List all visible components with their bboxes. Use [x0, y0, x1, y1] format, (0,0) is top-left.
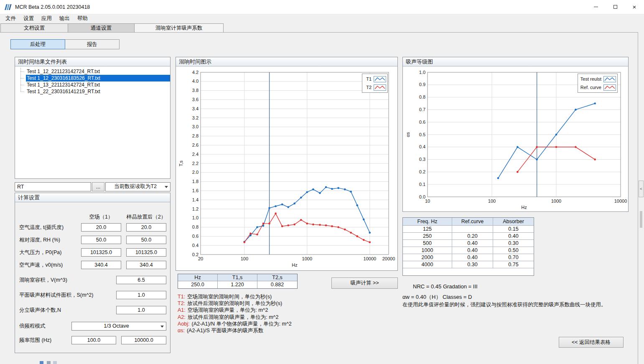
- table-cell: 0.30: [452, 261, 493, 268]
- setting-input[interactable]: 1.0: [116, 291, 166, 299]
- menu-item[interactable]: 输出: [56, 14, 74, 23]
- setting-input-with-sample[interactable]: 101325.0: [126, 248, 166, 257]
- maximize-icon: [613, 5, 617, 9]
- svg-text:0.7: 0.7: [419, 107, 425, 112]
- rt-chart-legend: T1T2: [362, 74, 388, 93]
- file-list-item[interactable]: Test 1_12_230316183526_RT.txt: [15, 75, 170, 81]
- setting-input-empty-room[interactable]: 101325.0: [81, 248, 121, 257]
- rt-file-list-panel: 混时间结果文件列表 Test 1_12_221123142724_RT.txtT…: [15, 57, 171, 179]
- browse-button[interactable]: ...: [92, 182, 104, 191]
- menu-item[interactable]: 帮助: [74, 14, 92, 23]
- svg-text:3.8: 3.8: [192, 88, 199, 93]
- main-tab-1[interactable]: 通道设置: [68, 23, 135, 32]
- absorption-grade-panel: 吸声等级图 0.00.10.20.30.40.50.60.70.80.91.01…: [402, 57, 629, 212]
- aw-result-text: αw = 0.40（H） Classes = D: [402, 293, 472, 301]
- svg-text:3.2: 3.2: [192, 115, 199, 120]
- setting-input-with-sample[interactable]: 50.0: [126, 236, 166, 244]
- absorption-calc-button[interactable]: 吸声计算 >>: [331, 277, 398, 289]
- main-tab-2[interactable]: 混响室计算吸声系数: [134, 23, 224, 33]
- table-cell: 250: [403, 233, 452, 240]
- setting-input[interactable]: 1.0: [116, 306, 166, 314]
- setting-input-empty-room[interactable]: 50.0: [81, 236, 121, 244]
- svg-text:1.2: 1.2: [192, 206, 199, 211]
- sub-tab-1[interactable]: 报告: [65, 39, 120, 49]
- result-cell: 0.882: [257, 281, 297, 288]
- svg-text:0.9: 0.9: [419, 82, 425, 87]
- sub-tab-0[interactable]: 后处理: [10, 39, 65, 49]
- calc-settings-body: 空场（1） 样品放置后（2） 倍频程模式 1/3 Octave 频率范围 (Hz…: [15, 202, 170, 353]
- svg-text:2.0: 2.0: [192, 170, 199, 175]
- minimize-button[interactable]: [586, 0, 606, 14]
- setting-input-with-sample[interactable]: 340.4: [126, 261, 166, 269]
- toolbar-fragment: [40, 361, 43, 364]
- note-text: (A2-A1)/N 单个物体的吸声量，单位为: m^2: [192, 321, 292, 327]
- table-cell: [452, 226, 493, 233]
- rt-chart[interactable]: 0.20.40.60.81.01.21.41.61.82.02.22.42.62…: [176, 66, 397, 270]
- setting-input-empty-room[interactable]: 340.4: [81, 261, 121, 269]
- note-key: T1:: [178, 294, 185, 300]
- close-button[interactable]: ×: [625, 0, 644, 14]
- menu-item[interactable]: 文件: [2, 14, 20, 23]
- sub-tab-strip: 后处理报告: [10, 39, 119, 49]
- table-cell: 125: [403, 226, 452, 233]
- svg-text:1.8: 1.8: [192, 179, 199, 184]
- data-target-combobox[interactable]: 当前数据读取为T2: [105, 182, 171, 191]
- file-list: Test 1_12_221123142724_RT.txtTest 1_12_2…: [15, 66, 170, 178]
- svg-text:Hz: Hz: [292, 262, 297, 267]
- file-list-item[interactable]: Test 1_13_221123142724_RT.txt: [15, 81, 170, 88]
- tab-frame-line: [0, 32, 638, 33]
- rt-name-bar: RT ... 当前数据读取为T2: [15, 182, 171, 191]
- title-bar: MCR Beta 2.05.0.001 20230418 ×: [0, 0, 644, 14]
- table-cell: 0.30: [493, 240, 534, 247]
- legend-label: Test reulst: [580, 76, 601, 81]
- setting-row: 空气声速，v0(m/s)340.4340.4: [15, 261, 170, 270]
- column-header-empty-room: 空场（1）: [89, 214, 113, 221]
- absorption-chart-legend: Test reulstRef. curve: [578, 74, 618, 93]
- table-cell: 0.40: [452, 254, 493, 261]
- rt-name-input[interactable]: RT: [15, 182, 91, 191]
- table-cell: 0.40: [452, 240, 493, 247]
- svg-text:1.4: 1.4: [192, 197, 199, 202]
- svg-text:3.4: 3.4: [192, 106, 199, 111]
- table-cell: 0.40: [452, 247, 493, 254]
- column-header: T1,s: [218, 274, 257, 281]
- octave-mode-combobox[interactable]: 1/3 Octave: [71, 322, 166, 331]
- menu-item[interactable]: 设置: [20, 14, 38, 23]
- legend-item: T2: [364, 83, 386, 92]
- rt-chart-area: 0.20.40.60.81.01.21.41.61.82.02.22.42.62…: [176, 66, 397, 270]
- combobox-value: 1/3 Octave: [74, 322, 159, 330]
- svg-text:Hz: Hz: [521, 205, 527, 210]
- menu-item[interactable]: 应用: [38, 14, 56, 23]
- note-text: 空场混响室的混响时间，单位为秒(s): [187, 294, 272, 300]
- chart-notes: T1:空场混响室的混响时间，单位为秒(s)T2:放试件后混响室的混响时间，单位为…: [178, 293, 292, 334]
- chart-note: A2:放试件后混响室的吸声量，单位为: m^2: [178, 314, 292, 321]
- setting-input-empty-room[interactable]: 20.0: [81, 223, 121, 232]
- single-value-note: 在使用此单值评价量的时候，强烈建议与按照标准获得的完整的吸声系数曲线一块使用。: [402, 301, 606, 308]
- freq-max-input[interactable]: 10000.0: [121, 336, 166, 344]
- column-header: Absorber: [493, 218, 534, 226]
- setting-input-with-sample[interactable]: 20.0: [126, 223, 166, 232]
- file-list-item[interactable]: Test 1_12_221123142724_RT.txt: [15, 68, 170, 75]
- right-splitter: [638, 32, 638, 364]
- chevron-down-icon: [160, 326, 164, 329]
- column-header: T2,s: [257, 274, 297, 281]
- scrollbar-thumb[interactable]: [640, 211, 642, 228]
- table-cell: 0.70: [493, 254, 534, 261]
- collapse-panel-button[interactable]: <: [639, 181, 644, 197]
- setting-input[interactable]: 6.5: [116, 276, 166, 284]
- setting-label: 频率范围 (Hz): [19, 336, 51, 344]
- svg-text:0.5: 0.5: [419, 132, 425, 137]
- svg-text:3.6: 3.6: [192, 97, 199, 102]
- svg-text:0.6: 0.6: [419, 120, 425, 125]
- freq-min-input[interactable]: 100.0: [71, 336, 116, 344]
- chevron-down-icon: [165, 186, 168, 190]
- table-cell: 0.50: [493, 247, 534, 254]
- chart-note: Aobj:(A2-A1)/N 单个物体的吸声量，单位为: m^2: [178, 321, 292, 327]
- svg-text:10000: 10000: [614, 199, 627, 204]
- main-tab-0[interactable]: 文档设置: [0, 23, 68, 32]
- note-key: Aobj:: [178, 321, 190, 327]
- maximize-button[interactable]: [606, 0, 625, 14]
- octave-mode-row: 倍频程模式 1/3 Octave: [15, 322, 170, 331]
- return-results-button[interactable]: << 返回结果表格: [559, 337, 624, 348]
- file-list-item[interactable]: Test 1_22_230316141219_RT.txt: [15, 88, 170, 95]
